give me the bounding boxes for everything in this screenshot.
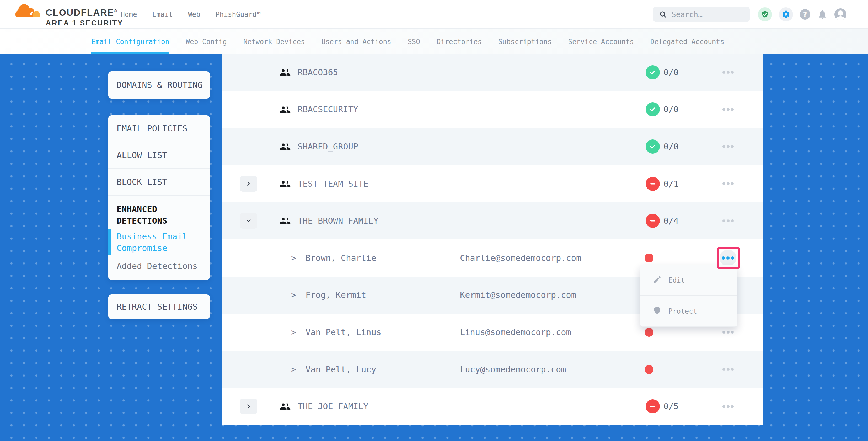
nav-item-home[interactable]: Home: [121, 10, 137, 18]
sidebar-item-domains-routing[interactable]: DOMAINS & ROUTING: [108, 71, 210, 99]
group-name: THE BROWN FAMILY: [298, 202, 378, 240]
table-row-group[interactable]: RBACO3650/0: [222, 54, 763, 91]
group-name: TEST TEAM SITE: [298, 165, 368, 202]
group-people-icon: [279, 215, 291, 227]
menu-item-protect[interactable]: Protect: [640, 296, 737, 326]
table-row-user[interactable]: >Van Pelt, LucyLucy@somedemocorp.com: [222, 351, 763, 388]
tab-network-devices[interactable]: Network Devices: [243, 29, 305, 54]
tab-email-configuration[interactable]: Email Configuration: [91, 29, 169, 54]
nav-item-web[interactable]: Web: [188, 10, 200, 18]
row-actions-menu-button[interactable]: [717, 396, 739, 417]
protection-count: 0/4: [663, 202, 679, 240]
groups-users-table: RBACO3650/0RBACSECURITY0/0SHARED_GROUP0/…: [222, 54, 763, 425]
group-people-icon: [279, 141, 291, 153]
sidebar-item-retract-settings[interactable]: RETRACT SETTINGS: [108, 294, 210, 319]
shield-icon: [653, 306, 662, 316]
protection-count: 0/0: [663, 128, 679, 165]
menu-item-edit[interactable]: Edit: [640, 265, 737, 295]
protection-count: 0/1: [663, 165, 679, 202]
nav-item-phishguard[interactable]: PhishGuard™: [216, 10, 261, 18]
sidebar-policy-list: EMAIL POLICIESALLOW LISTBLOCK LIST: [108, 115, 210, 196]
expand-group-button[interactable]: [240, 176, 257, 192]
tab-label: Email Configuration: [91, 38, 169, 45]
user-caret: >: [291, 277, 296, 314]
top-nav: HomeEmailWebPhishGuard™: [121, 0, 261, 29]
header-icon-row: ?: [758, 0, 846, 29]
group-people-icon: [279, 67, 291, 78]
app-header: CLOUDFLARE® AREA 1 SECURITY HomeEmailWeb…: [0, 0, 868, 29]
expand-group-button[interactable]: [240, 399, 257, 414]
sidebar-item-added-detections[interactable]: Added Detections: [108, 255, 210, 280]
row-actions-menu-button[interactable]: [717, 136, 739, 157]
tab-delegated-accounts[interactable]: Delegated Accounts: [650, 29, 724, 54]
table-row-group[interactable]: THE BROWN FAMILY0/4: [222, 202, 763, 240]
tab-label: Network Devices: [243, 38, 305, 45]
table-row-group[interactable]: SHARED_GROUP0/0: [222, 128, 763, 165]
tab-directories[interactable]: Directories: [437, 29, 482, 54]
tab-users-and-actions[interactable]: Users and Actions: [321, 29, 391, 54]
tab-label: Delegated Accounts: [650, 38, 724, 45]
tab-bar: Email ConfigurationWeb ConfigNetwork Dev…: [0, 29, 868, 54]
cloudflare-logo: CLOUDFLARE® AREA 1 SECURITY: [13, 2, 123, 27]
table-row-group[interactable]: THE JOE FAMILY0/5: [222, 388, 763, 425]
group-people-icon: [279, 178, 291, 190]
search-input[interactable]: [672, 10, 745, 19]
account-icon[interactable]: [834, 8, 846, 21]
status-blocked-badge: [646, 177, 660, 191]
group-name: SHARED_GROUP: [298, 128, 358, 165]
tab-sso[interactable]: SSO: [408, 29, 420, 54]
status-unprotected-dot: [645, 328, 653, 337]
collapse-group-button[interactable]: [240, 213, 257, 229]
user-caret: >: [291, 314, 296, 351]
tab-web-config[interactable]: Web Config: [186, 29, 227, 54]
tab-label: Service Accounts: [568, 38, 634, 45]
brand-reg-mark: ®: [114, 9, 117, 13]
status-blocked-badge: [646, 399, 660, 413]
user-email: Charlie@somedemocorp.com: [460, 240, 581, 277]
tab-service-accounts[interactable]: Service Accounts: [568, 29, 634, 54]
group-people-icon: [279, 401, 291, 412]
sidebar-item-allow-list[interactable]: ALLOW LIST: [108, 142, 210, 168]
nav-item-email[interactable]: Email: [152, 10, 173, 18]
tab-label: Subscriptions: [498, 38, 552, 45]
brand-name: CLOUDFLARE®: [45, 6, 123, 18]
row-actions-menu-button[interactable]: [717, 210, 739, 231]
tab-label: Web Config: [186, 38, 227, 45]
status-unprotected-dot: [645, 254, 653, 262]
table-row-group[interactable]: RBACSECURITY0/0: [222, 91, 763, 128]
status-ok-badge: [646, 139, 660, 154]
cloudflare-cloud-icon: [13, 2, 43, 23]
table-row-group[interactable]: TEST TEAM SITE0/1: [222, 165, 763, 202]
group-name: RBACO365: [298, 54, 338, 91]
row-actions-menu-button[interactable]: [717, 99, 739, 120]
user-email: Lucy@somedemocorp.com: [460, 351, 566, 388]
row-actions-menu-button[interactable]: [717, 62, 739, 83]
user-name: Van Pelt, Linus: [306, 314, 381, 351]
active-tab-underline: [91, 52, 169, 54]
row-actions-menu-button[interactable]: [717, 173, 739, 194]
shield-check-icon[interactable]: [758, 7, 772, 22]
tab-subscriptions[interactable]: Subscriptions: [498, 29, 552, 54]
search-box[interactable]: [653, 7, 750, 22]
group-people-icon: [279, 104, 291, 116]
sidebar-policies-card: EMAIL POLICIESALLOW LISTBLOCK LIST ENHAN…: [108, 115, 210, 280]
tab-label: Directories: [437, 38, 482, 45]
user-name: Van Pelt, Lucy: [306, 351, 376, 388]
sidebar-item-business-email-compromise[interactable]: Business Email Compromise: [108, 229, 210, 255]
notifications-bell-icon[interactable]: [817, 9, 828, 20]
protection-count: 0/0: [663, 54, 679, 91]
sidebar-section-enhanced-detections: ENHANCED DETECTIONS: [108, 196, 210, 228]
status-blocked-badge: [646, 214, 660, 228]
row-actions-menu-button[interactable]: [717, 359, 739, 380]
pencil-icon: [653, 275, 662, 286]
status-ok-badge: [646, 65, 660, 80]
user-email: Linus@somedemocorp.com: [460, 314, 571, 351]
row-actions-menu-button[interactable]: [720, 250, 736, 266]
tab-label: Users and Actions: [321, 38, 391, 45]
help-icon[interactable]: ?: [800, 9, 810, 20]
protection-count: 0/0: [663, 91, 679, 128]
group-name: THE JOE FAMILY: [298, 388, 368, 425]
sidebar-item-email-policies[interactable]: EMAIL POLICIES: [108, 115, 210, 141]
settings-gear-icon[interactable]: [779, 7, 793, 22]
sidebar-item-block-list[interactable]: BLOCK LIST: [108, 169, 210, 195]
